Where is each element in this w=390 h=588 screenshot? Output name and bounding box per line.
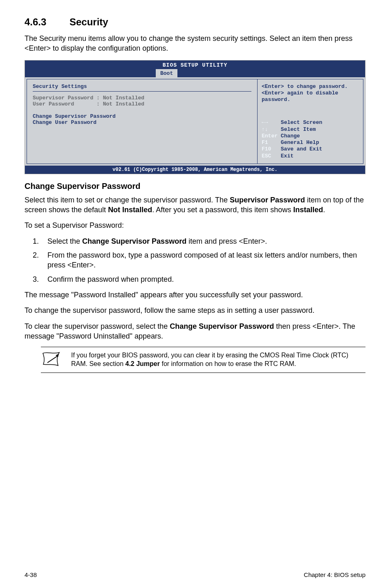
- page-footer: 4-38 Chapter 4: BIOS setup: [25, 571, 365, 578]
- bios-key-legend: ←→ Select Screen ↑↓ Select Item Enter Ch…: [262, 119, 359, 159]
- supervisor-password-value: Not Installed: [103, 95, 144, 101]
- supervisor-password-label: Supervisor Password :: [33, 95, 100, 101]
- section-heading: 4.6.3Security: [25, 16, 365, 28]
- step-3: Confirm the password when prompted.: [41, 274, 365, 284]
- key-general-help: F1 General Help: [262, 139, 359, 146]
- bios-body: Security Settings Supervisor Password : …: [25, 77, 365, 166]
- user-password-row: User Password : Not Installed: [33, 101, 251, 107]
- paragraph-5: To clear the supervisor password, select…: [25, 321, 365, 341]
- intro-paragraph: The Security menu items allow you to cha…: [25, 34, 365, 54]
- user-password-label: User Password :: [33, 101, 100, 107]
- bios-tab-row: Boot: [25, 69, 365, 77]
- paragraph-4: To change the supervisor password, follo…: [25, 305, 365, 315]
- help-line-2: <Enter> again to disable password.: [262, 90, 359, 103]
- bios-help-text: <Enter> to change password. <Enter> agai…: [262, 83, 359, 103]
- step-1: Select the Change Supervisor Password it…: [41, 236, 365, 246]
- subsection-heading: Change Supervisor Password: [25, 182, 365, 191]
- bios-screenshot: BIOS SETUP UTILITY Boot Security Setting…: [25, 60, 365, 174]
- section-number: 4.6.3: [25, 16, 69, 28]
- step-2: From the password box, type a password c…: [41, 250, 365, 270]
- bios-header: BIOS SETUP UTILITY Boot: [25, 61, 365, 77]
- note-box: If you forget your BIOS password, you ca…: [41, 347, 365, 373]
- security-settings-heading: Security Settings: [33, 83, 251, 90]
- paragraph-1: Select this item to set or change the su…: [25, 195, 365, 215]
- supervisor-password-row: Supervisor Password : Not Installed: [33, 95, 251, 101]
- paragraph-2: To set a Supervisor Password:: [25, 220, 365, 230]
- key-select-item: ↑↓ Select Item: [262, 126, 359, 133]
- chapter-label: Chapter 4: BIOS setup: [304, 571, 365, 578]
- divider: [33, 91, 251, 92]
- bios-left-pane: Security Settings Supervisor Password : …: [27, 79, 257, 164]
- key-exit: ESC Exit: [262, 153, 359, 159]
- section-title: Security: [69, 16, 108, 27]
- change-user-password-item[interactable]: Change User Password: [33, 119, 251, 126]
- user-password-value: Not Installed: [103, 101, 144, 107]
- paragraph-3: The message "Password Installed" appears…: [25, 290, 365, 300]
- help-line-1: <Enter> to change password.: [262, 83, 359, 90]
- bios-copyright: v02.61 (C)Copyright 1985-2008, American …: [25, 166, 365, 174]
- change-supervisor-password-item[interactable]: Change Supervisor Password: [33, 113, 251, 119]
- note-icon: [41, 351, 61, 368]
- key-save-exit: F10 Save and Exit: [262, 146, 359, 153]
- key-select-screen: ←→ Select Screen: [262, 119, 359, 126]
- page-number: 4-38: [25, 571, 37, 578]
- note-text: If you forget your BIOS password, you ca…: [71, 351, 365, 368]
- bios-help-pane: <Enter> to change password. <Enter> agai…: [257, 79, 363, 164]
- bios-title: BIOS SETUP UTILITY: [25, 62, 365, 68]
- steps-list: Select the Change Supervisor Password it…: [41, 236, 365, 284]
- key-change: Enter Change: [262, 133, 359, 139]
- bios-tab-boot[interactable]: Boot: [156, 69, 177, 77]
